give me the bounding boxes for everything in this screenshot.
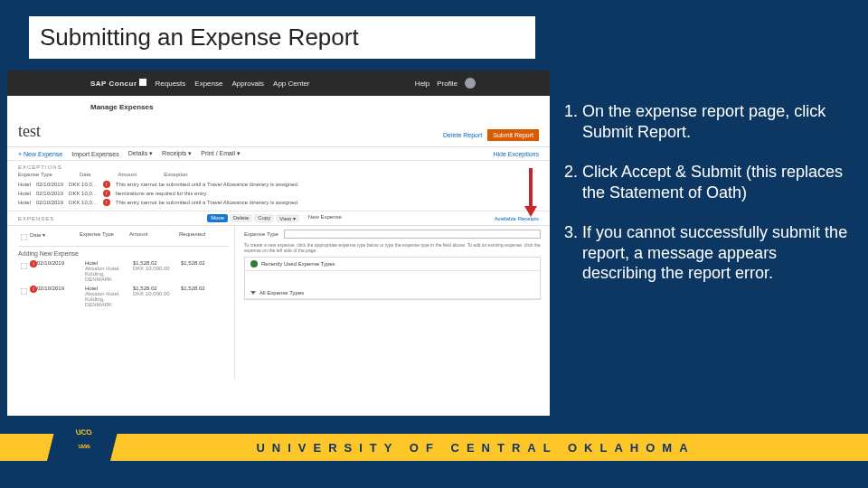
chip-view[interactable]: View ▾ bbox=[276, 214, 299, 222]
adding-new-expense-label: Adding New Expense bbox=[18, 250, 229, 257]
list-item[interactable]: ! 02/10/2019 HotelAbsalon Hotel, Kolding… bbox=[18, 284, 229, 309]
concur-screenshot: SAP Concur Requests Expense Approvals Ap… bbox=[7, 70, 550, 416]
manage-expenses-tab[interactable]: Manage Expenses bbox=[7, 96, 550, 118]
chip-copy[interactable]: Copy bbox=[254, 214, 274, 222]
row-checkbox[interactable] bbox=[21, 288, 28, 296]
th-amount[interactable]: Amount bbox=[129, 231, 179, 244]
print-menu[interactable]: Print / Email ▾ bbox=[201, 150, 241, 157]
concur-top-bar: SAP Concur Requests Expense Approvals Ap… bbox=[7, 70, 550, 96]
instruction-step: Click Accept & Submit (this replaces the… bbox=[582, 162, 848, 202]
slide-title: Submitting an Expense Report bbox=[29, 16, 535, 59]
concur-logo: SAP Concur bbox=[90, 79, 146, 88]
alert-icon: ! bbox=[103, 190, 110, 197]
nav-expense[interactable]: Expense bbox=[194, 80, 222, 88]
new-expense-button[interactable]: + New Expense bbox=[18, 151, 62, 157]
details-menu[interactable]: Details ▾ bbox=[128, 150, 153, 157]
help-link[interactable]: Help bbox=[415, 80, 429, 88]
expense-type-picker: Recently Used Expense Types All Expense … bbox=[244, 257, 541, 300]
exception-row: Hotel 02/10/2019 DKK 10,0… ! Itemization… bbox=[18, 189, 539, 198]
chevron-down-icon bbox=[250, 291, 256, 295]
col-date: Date bbox=[80, 172, 91, 177]
report-toolbar: + New Expense Import Expenses Details ▾ … bbox=[7, 146, 550, 161]
chip-delete[interactable]: Delete bbox=[230, 214, 252, 222]
col-amount: Amount bbox=[118, 172, 137, 177]
expenses-title: EXPENSES bbox=[18, 216, 54, 221]
col-exception: Exception bbox=[164, 172, 187, 177]
th-type[interactable]: Expense Type bbox=[80, 231, 129, 244]
expense-type-input[interactable] bbox=[284, 230, 541, 239]
select-all-checkbox[interactable] bbox=[21, 234, 28, 241]
new-expense-panel-title: New Expense bbox=[308, 214, 342, 222]
nav-appcenter[interactable]: App Center bbox=[273, 80, 309, 88]
alert-icon: ! bbox=[103, 199, 110, 206]
recent-header[interactable]: Recently Used Expense Types bbox=[261, 261, 335, 267]
university-wordmark: UNIVERSITY OF CENTRAL OKLAHOMA bbox=[116, 441, 868, 455]
th-requested[interactable]: Requested bbox=[179, 231, 229, 244]
footer-banner: UCO1890 UNIVERSITY OF CENTRAL OKLAHOMA bbox=[0, 434, 868, 475]
new-expense-panel: Expense Type To create a new expense, cl… bbox=[235, 226, 550, 380]
nav-requests[interactable]: Requests bbox=[156, 80, 186, 88]
submit-report-button[interactable]: Submit Report bbox=[487, 129, 539, 141]
nav-approvals[interactable]: Approvals bbox=[231, 80, 264, 88]
alert-icon: ! bbox=[103, 181, 110, 188]
instruction-list: On the expense report page, click Submit… bbox=[562, 101, 848, 304]
exceptions-section: EXCEPTIONS Expense Type Date Amount Exce… bbox=[7, 161, 550, 211]
import-expenses-button[interactable]: Import Expenses bbox=[71, 151, 119, 157]
hide-exceptions-link[interactable]: Hide Exceptions bbox=[493, 151, 539, 157]
instruction-step: If you cannot successfully submit the re… bbox=[582, 222, 848, 284]
alert-icon: ! bbox=[30, 260, 37, 267]
exception-row: Hotel 02/10/2019 DKK 10,0… ! This entry … bbox=[18, 180, 539, 189]
exception-row: Hotel 02/10/2019 DKK 10,0… ! This entry … bbox=[18, 198, 539, 207]
all-types-header[interactable]: All Expense Types bbox=[259, 290, 304, 296]
helper-note: To create a new expense, click the appro… bbox=[244, 242, 541, 253]
expenses-bar: EXPENSES Move Delete Copy View ▾ New Exp… bbox=[7, 211, 550, 226]
avatar-icon[interactable] bbox=[465, 78, 476, 89]
col-type: Expense Type bbox=[18, 172, 52, 177]
expense-list: Date ▾ Expense Type Amount Requested Add… bbox=[7, 226, 235, 380]
callout-arrow-icon bbox=[524, 168, 537, 221]
chip-move[interactable]: Move bbox=[207, 214, 228, 222]
alert-icon: ! bbox=[30, 286, 37, 293]
receipts-menu[interactable]: Receipts ▾ bbox=[162, 150, 192, 157]
row-checkbox[interactable] bbox=[21, 263, 28, 270]
report-header: test Delete Report Submit Report bbox=[7, 118, 550, 141]
th-date[interactable]: Date ▾ bbox=[30, 231, 80, 244]
expense-type-label: Expense Type bbox=[244, 231, 278, 237]
list-item[interactable]: ! 02/10/2019 HotelAbsalon Hotel, Kolding… bbox=[18, 258, 229, 284]
instruction-step: On the expense report page, click Submit… bbox=[582, 101, 848, 142]
profile-link[interactable]: Profile bbox=[437, 80, 458, 88]
delete-report-link[interactable]: Delete Report bbox=[443, 132, 482, 138]
recent-icon bbox=[250, 260, 258, 267]
uco-logo-icon: UCO1890 bbox=[47, 418, 121, 461]
report-name: test bbox=[18, 122, 41, 141]
